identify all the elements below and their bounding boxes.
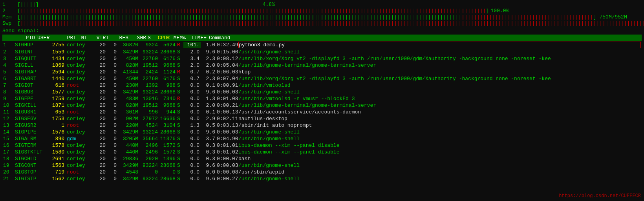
table-row[interactable]: 13 SIGUSR2 1 root 20 0 220M 4524 3104 S … <box>2 122 642 129</box>
mem-bracket-close: ] <box>593 14 596 20</box>
proc-virt: 3429M <box>118 163 140 168</box>
proc-mem: 0.0 <box>201 169 217 175</box>
header-virt: VIRT <box>89 35 110 41</box>
proc-cpu: 0.0 <box>183 169 201 175</box>
table-row[interactable]: 15 SIGALRM 890 gdm 20 0 3205M 35664 1137… <box>2 135 642 142</box>
proc-ni: 0 <box>107 42 118 48</box>
proc-num: 21 <box>3 176 15 182</box>
cpu2-bracket-open: [ <box>17 8 20 14</box>
proc-virt: 4548 <box>118 169 140 175</box>
table-row[interactable]: 19 SIGCONT 1563 corley 20 0 3429M 93224 … <box>2 162 642 169</box>
table-row[interactable]: 9 SIGFPE 1759 corley 20 0 483M 13016 734… <box>2 95 642 102</box>
proc-cmd: /usr/lib/xorg/Xorg vt2 -displayfd 3 -aut… <box>238 56 641 62</box>
proc-signal: SIGCHLD <box>15 156 44 162</box>
proc-time: 0:00.13 <box>217 109 238 115</box>
proc-cmd: python3 demo.py <box>238 42 641 48</box>
table-row[interactable]: 18 SIGCHLD 2691 corley 20 0 29836 2920 1… <box>2 155 642 162</box>
proc-pid: 1580 <box>44 149 66 155</box>
table-row[interactable]: 17 SIGSTKFLT 1580 corley 20 0 440M 2496 … <box>2 149 642 155</box>
proc-mem: 9.6 <box>201 176 217 182</box>
proc-user: corley <box>66 42 93 48</box>
proc-pid: 2755 <box>44 42 66 48</box>
proc-signal: SIGFPE <box>15 96 44 102</box>
proc-signal: SIGALRM <box>15 136 44 142</box>
proc-pri: 20 <box>93 62 107 68</box>
proc-time: 0:00.21 <box>217 102 238 108</box>
proc-res: 93224 <box>140 129 159 135</box>
table-row[interactable]: 1 SIGHUP 2755 corley 20 0 36820 9324 562… <box>2 41 642 49</box>
proc-pid: 1869 <box>44 62 66 68</box>
proc-shr: 9668 <box>159 102 177 108</box>
table-row[interactable]: 11 SIGUSR1 653 root 20 0 301M 996 944 S … <box>2 109 642 115</box>
header-time: TIME+ <box>187 35 209 41</box>
proc-mem: 0.3 <box>201 143 217 148</box>
proc-pid: 1559 <box>44 49 66 55</box>
proc-ni: 0 <box>107 89 118 95</box>
table-row[interactable]: 4 SIGILL 1869 corley 20 0 828M 19512 966… <box>2 62 642 69</box>
header-ni: NI <box>78 35 89 41</box>
proc-shr: 6176 <box>159 76 177 82</box>
table-row[interactable]: 3 SIGQUIT 1434 corley 20 0 450M 22760 61… <box>2 55 642 62</box>
proc-pri: 20 <box>93 82 107 88</box>
proc-cpu: 0.0 <box>183 136 201 142</box>
proc-time: 0:02.11 <box>217 116 238 122</box>
table-row[interactable]: 2 SIGINT 1559 corley 20 0 3429M 93224 28… <box>2 49 642 55</box>
proc-mem: 9.6 <box>201 129 217 135</box>
table-row[interactable]: 8 SIGBUS 1577 corley 20 0 3429M 93224 28… <box>2 89 642 95</box>
proc-mem: 0.3 <box>201 156 217 162</box>
proc-state: S <box>177 136 183 142</box>
proc-state: S <box>177 149 183 155</box>
proc-pri: 20 <box>93 136 107 142</box>
table-row[interactable]: 5 SIGTRAP 2594 corley 20 0 41344 2424 11… <box>2 69 642 75</box>
cpu1-bracket-close: ] <box>36 2 39 7</box>
cpu2-bracket-close: ] <box>486 8 489 14</box>
proc-shr: 28668 <box>159 176 177 182</box>
proc-pri: 20 <box>93 176 107 182</box>
proc-time: 0:00.91 <box>217 82 238 88</box>
cpu1-meter-row: 1 [ ||||| ] 4.8% <box>2 2 644 7</box>
proc-pri: 20 <box>93 42 107 48</box>
table-row[interactable]: 21 SIGTSTP 1562 corley 20 0 3429M 93224 … <box>2 175 642 182</box>
table-row[interactable]: 6 SIGABRT 1440 corley 20 0 450M 22760 61… <box>2 75 642 82</box>
proc-cmd: /usr/lib/accountsservice/accounts-daemon <box>238 109 641 115</box>
proc-shr: 1572 <box>159 143 177 148</box>
htop-window: 1 [ ||||| ] 4.8% 2 [ |||||||||||||||||||… <box>0 0 644 201</box>
table-row[interactable]: 7 SIGIOT 616 root 20 0 230M 1392 988 S 0… <box>2 82 642 89</box>
proc-cmd: /usr/bin/gnome-shell <box>238 89 641 95</box>
proc-user: root <box>66 109 93 115</box>
proc-shr: 28668 <box>159 129 177 135</box>
header-num <box>3 35 15 41</box>
table-row[interactable]: 10 SIGKILL 1871 corley 20 0 828M 19512 9… <box>2 102 642 109</box>
proc-virt: 3429M <box>118 49 140 55</box>
proc-res: 27972 <box>140 116 159 122</box>
proc-pid: 1440 <box>44 76 66 82</box>
cpu2-value: 100.0% <box>490 8 509 14</box>
table-row[interactable]: 16 SIGTERM 1578 corley 20 0 440M 2496 15… <box>2 142 642 149</box>
proc-user: corley <box>66 89 93 95</box>
proc-cpu: 0.0 <box>183 116 201 122</box>
proc-signal: SIGTSTP <box>15 176 44 182</box>
proc-res: 19512 <box>140 102 159 108</box>
proc-cpu: 0.0 <box>183 163 201 168</box>
proc-cpu: 2.0 <box>183 62 201 68</box>
proc-mem: 2.3 <box>201 56 217 62</box>
table-row[interactable]: 20 SIGSTOP 719 root 20 0 4548 0 0 S 0.0 … <box>2 169 642 175</box>
proc-state: S <box>177 89 183 95</box>
mem-label: Mem <box>2 14 17 20</box>
proc-cmd: ibus-daemon --xim --panel disable <box>238 143 641 148</box>
proc-mem: 0.1 <box>201 82 217 88</box>
proc-pid: 719 <box>44 169 66 175</box>
proc-pid: 653 <box>44 109 66 115</box>
proc-user: corley <box>66 76 93 82</box>
proc-state: S <box>177 143 183 148</box>
proc-num: 16 <box>3 143 15 148</box>
table-row[interactable]: 12 SIGSEGV 1753 corley 20 0 902M 27972 1… <box>2 115 642 122</box>
proc-user: corley <box>66 156 93 162</box>
proc-res: 19512 <box>140 62 159 68</box>
proc-time: 0:06.03 <box>217 69 238 75</box>
proc-virt: 440M <box>118 143 140 148</box>
cpu2-meter-row: 2 [ ||||||||||||||||||||||||||||||||||||… <box>2 8 644 14</box>
proc-user: corley <box>66 62 93 68</box>
table-row[interactable]: 14 SIGPIPE 1576 corley 20 0 3429M 93224 … <box>2 129 642 135</box>
proc-state: S <box>177 156 183 162</box>
